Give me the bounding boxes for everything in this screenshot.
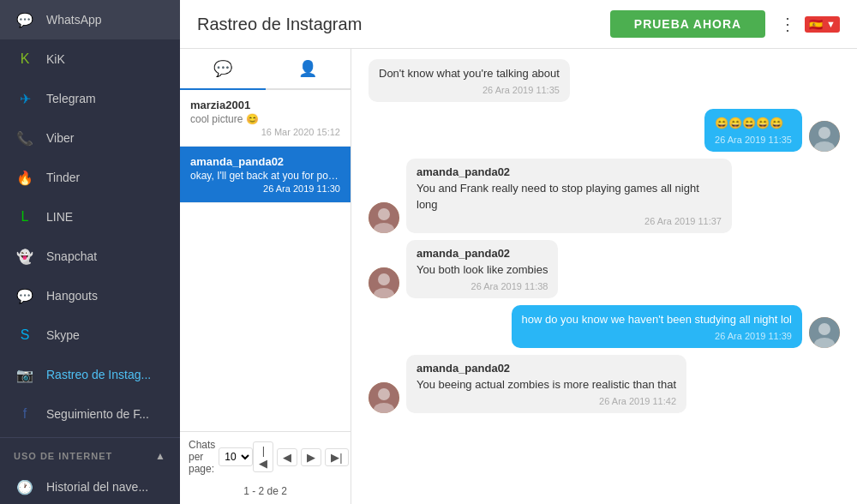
avatar (369, 202, 399, 233)
try-now-button[interactable]: PRUEBA AHORA (610, 10, 765, 38)
snapchat-icon: 👻 (14, 245, 36, 267)
per-page-label: Chats per page: (189, 439, 215, 475)
history-icon: 🕐 (14, 476, 36, 498)
prev-page-button[interactable]: ◀ (277, 448, 297, 466)
flag-icon: 🇪🇸 (809, 18, 823, 31)
whatsapp-icon: 💬 (14, 9, 36, 31)
sidebar-label-skype: Skype (46, 328, 80, 342)
svg-point-1 (818, 127, 830, 139)
sidebar-label-telegram: Telegram (46, 92, 96, 105)
message-time: 26 Ara 2019 11:35 (715, 135, 792, 145)
message-bubble: amanda_panda02 You and Frank really need… (406, 159, 732, 232)
message-row-m6: amanda_panda02 You beeing actual zombies… (369, 355, 840, 413)
sidebar-label-viber: Viber (46, 131, 74, 145)
sidebar: 💬 WhatsApp K KiK ✈ Telegram 📞 Viber 🔥 Ti… (0, 0, 180, 504)
message-bubble: amanda_panda02 You beeing actual zombies… (406, 355, 686, 413)
page-info: 1 - 2 de 2 (180, 482, 351, 504)
per-page-selector: Chats per page: 10 20 50 (189, 439, 253, 475)
sidebar-item-hangouts[interactable]: 💬 Hangouts (0, 276, 180, 315)
sidebar-item-whatsapp[interactable]: 💬 WhatsApp (0, 0, 180, 39)
sidebar-label-whatsapp: WhatsApp (46, 13, 102, 27)
chat-list-item-marzia[interactable]: marzia2001 cool picture 😊 16 Mar 2020 15… (180, 90, 351, 147)
avatar (809, 317, 840, 348)
kik-icon: K (14, 48, 36, 70)
message-text: You both look like zombies (417, 262, 548, 278)
message-bubble: how do you know we haven't been studying… (512, 305, 802, 348)
person-icon: 👤 (298, 59, 317, 78)
tab-contacts[interactable]: 👤 (266, 49, 351, 90)
chat-preview: cool picture 😊 (190, 113, 340, 125)
conversation-panel: Don't know what you're talking about 26 … (351, 49, 857, 504)
language-selector[interactable]: 🇪🇸 ▼ (805, 16, 840, 33)
message-text: 😄😄😄😄😄 (715, 116, 792, 131)
sidebar-label-hangouts: Hangouts (46, 289, 98, 303)
topbar-actions: ⋮ 🇪🇸 ▼ (779, 14, 840, 34)
sidebar-item-snapchat[interactable]: 👻 Snapchat (0, 237, 180, 276)
chat-list-panel: 💬 👤 marzia2001 cool picture 😊 16 Mar 202… (180, 49, 351, 504)
next-page-button[interactable]: ▶ (301, 448, 321, 466)
telegram-icon: ✈ (14, 87, 36, 110)
message-row-m1: Don't know what you're talking about 26 … (369, 59, 840, 102)
main-content: Rastreo de Instagram PRUEBA AHORA ⋮ 🇪🇸 ▼… (180, 0, 857, 504)
svg-point-10 (818, 323, 830, 335)
facebook-icon: f (14, 403, 36, 425)
sidebar-label-tinder: Tinder (46, 171, 80, 184)
chat-tabs: 💬 👤 (180, 49, 351, 90)
message-text: You beeing actual zombies is more realis… (417, 377, 676, 393)
chat-name: marzia2001 (190, 99, 340, 111)
section-label: USO DE INTERNET (14, 451, 112, 461)
sidebar-item-line[interactable]: L LINE (0, 197, 180, 237)
per-page-dropdown[interactable]: 10 20 50 (219, 447, 253, 466)
message-bubble: 😄😄😄😄😄 26 Ara 2019 11:35 (704, 109, 802, 152)
message-time: 26 Ara 2019 11:35 (379, 85, 560, 95)
sidebar-section-internet[interactable]: USO DE INTERNET ▲ (0, 441, 180, 467)
more-options-icon[interactable]: ⋮ (779, 14, 796, 34)
line-icon: L (14, 206, 36, 228)
sidebar-item-history[interactable]: 🕐 Historial del nave... (0, 467, 180, 504)
sidebar-label-kik: KiK (46, 52, 65, 66)
sidebar-item-telegram[interactable]: ✈ Telegram (0, 79, 180, 118)
chat-time: 26 Ara 2019 11:30 (190, 183, 340, 194)
sidebar-label-facebook: Seguimiento de F... (46, 407, 149, 421)
sidebar-divider (0, 437, 180, 438)
svg-point-7 (378, 273, 390, 285)
chat-preview: okay, I'll get back at you for posting .… (190, 170, 340, 182)
chat-list: marzia2001 cool picture 😊 16 Mar 2020 15… (180, 90, 351, 431)
chat-list-item-amanda[interactable]: amanda_panda02 okay, I'll get back at yo… (180, 147, 351, 203)
skype-icon: S (14, 324, 36, 346)
topbar: Rastreo de Instagram PRUEBA AHORA ⋮ 🇪🇸 ▼ (180, 0, 857, 49)
message-row-m3: amanda_panda02 You and Frank really need… (369, 159, 840, 232)
sidebar-item-skype[interactable]: S Skype (0, 315, 180, 355)
page-title: Rastreo de Instagram (197, 15, 610, 34)
message-time: 26 Ara 2019 11:38 (417, 281, 548, 291)
message-bubble: amanda_panda02 You both look like zombie… (406, 240, 558, 298)
last-page-button[interactable]: ▶| (325, 448, 348, 466)
pagination-controls: |◀ ◀ ▶ ▶| (253, 441, 348, 472)
first-page-button[interactable]: |◀ (253, 441, 273, 472)
sidebar-item-viber[interactable]: 📞 Viber (0, 118, 180, 158)
sidebar-item-instagram[interactable]: 📷 Rastreo de Instag... (0, 355, 180, 394)
message-text: You and Frank really need to stop playin… (417, 181, 722, 212)
tab-chats[interactable]: 💬 (180, 49, 266, 90)
message-time: 26 Ara 2019 11:37 (417, 216, 722, 226)
sidebar-label-history: Historial del nave... (46, 480, 148, 494)
msg-sender-name: amanda_panda02 (417, 247, 548, 260)
dropdown-chevron-icon: ▼ (826, 19, 836, 29)
content-area: 💬 👤 marzia2001 cool picture 😊 16 Mar 202… (180, 49, 857, 504)
viber-icon: 📞 (14, 127, 36, 149)
message-time: 26 Ara 2019 11:42 (417, 396, 676, 406)
sidebar-item-facebook[interactable]: f Seguimiento de F... (0, 394, 180, 434)
message-text: Don't know what you're talking about (379, 66, 560, 81)
sidebar-item-kik[interactable]: K KiK (0, 39, 180, 79)
chat-name: amanda_panda02 (190, 155, 340, 168)
message-row-m5: how do you know we haven't been studying… (369, 305, 840, 348)
chevron-up-icon: ▲ (155, 450, 166, 462)
tinder-icon: 🔥 (14, 166, 36, 189)
hangouts-icon: 💬 (14, 285, 36, 307)
chat-bubble-icon: 💬 (213, 59, 232, 78)
avatar (369, 267, 399, 298)
sidebar-label-line: LINE (46, 210, 73, 224)
message-row-m4: amanda_panda02 You both look like zombie… (369, 240, 840, 298)
avatar (369, 382, 399, 413)
sidebar-item-tinder[interactable]: 🔥 Tinder (0, 158, 180, 197)
